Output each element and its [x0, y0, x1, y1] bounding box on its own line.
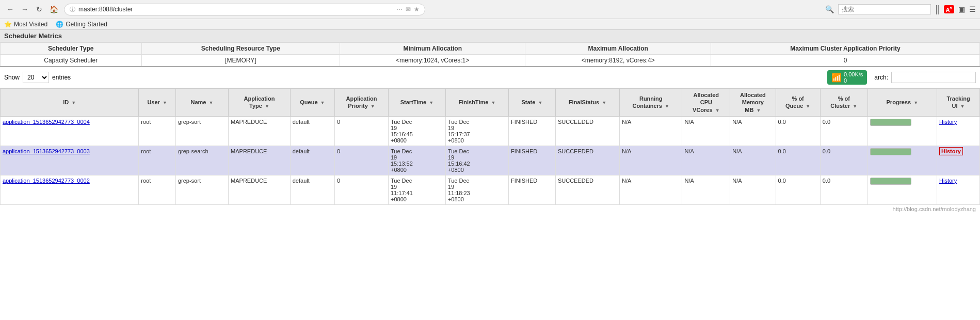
- sort-arrows-alloc-memory[interactable]: ▼: [757, 108, 761, 114]
- cell-finish-time: Tue Dec1911:18:23+0800: [445, 175, 508, 205]
- sort-arrows-id[interactable]: ▼: [71, 100, 76, 106]
- table-row: application_1513652942773_0003 root grep…: [1, 146, 980, 175]
- sort-arrows-finish-time[interactable]: ▼: [491, 100, 495, 106]
- back-button[interactable]: ←: [4, 3, 17, 15]
- progress-bar-fill: [871, 149, 911, 155]
- window-icon: ▣: [958, 5, 965, 13]
- refresh-button[interactable]: ↻: [33, 3, 45, 15]
- cell-tracking-ui: History: [937, 146, 980, 175]
- sort-arrows-priority[interactable]: ▼: [371, 104, 375, 110]
- table-search-input[interactable]: [891, 72, 976, 83]
- metrics-header-resource-type: Scheduling Resource Type: [141, 43, 340, 55]
- cell-alloc-memory: N/A: [730, 146, 776, 175]
- cell-priority: 0: [335, 175, 389, 205]
- cell-name: grep-sort: [175, 175, 228, 205]
- cell-app-type: MAPREDUCE: [229, 175, 291, 205]
- history-link[interactable]: History: [939, 178, 957, 184]
- cell-tracking-ui: History: [937, 175, 980, 205]
- sort-arrows-alloc-cpu[interactable]: ▼: [715, 108, 720, 114]
- applications-table: ID ▼ User ▼ Name ▼ ApplicationType ▼ Que…: [0, 88, 980, 205]
- cell-final-status: SUCCEEDED: [555, 117, 619, 146]
- cell-user: root: [139, 175, 176, 205]
- metrics-resource-type: [MEMORY]: [141, 55, 340, 67]
- col-header-tracking-ui: TrackingUI ▼: [937, 89, 980, 117]
- cell-pct-queue: 0.0: [776, 117, 820, 146]
- cell-priority: 0: [335, 117, 389, 146]
- cell-id: application_1513652942773_0002: [1, 175, 139, 205]
- sort-arrows-pct-cluster[interactable]: ▼: [853, 104, 857, 110]
- col-header-user: User ▼: [139, 89, 176, 117]
- menu-icon: ☰: [969, 5, 976, 13]
- entries-select[interactable]: 10 20 25 50 100: [23, 72, 49, 83]
- cell-final-status: SUCCEEDED: [555, 146, 619, 175]
- metrics-max-alloc: <memory:8192, vCores:4>: [525, 55, 711, 67]
- sort-arrows-user[interactable]: ▼: [163, 100, 167, 106]
- cell-app-type: MAPREDUCE: [229, 146, 291, 175]
- cell-alloc-cpu: N/A: [682, 146, 730, 175]
- col-header-id: ID ▼: [1, 89, 139, 117]
- table-row: application_1513652942773_0004 root grep…: [1, 117, 980, 146]
- search-icon: 🔍: [825, 5, 834, 13]
- sort-arrows-pct-queue[interactable]: ▼: [806, 104, 810, 110]
- bookmark-icon: ✉: [406, 6, 411, 13]
- forward-button[interactable]: →: [19, 3, 31, 15]
- cell-name: grep-search: [175, 146, 228, 175]
- sort-arrows-app-type[interactable]: ▼: [265, 104, 269, 110]
- history-link[interactable]: History: [939, 147, 963, 155]
- cell-alloc-memory: N/A: [730, 117, 776, 146]
- bookmark-most-visited[interactable]: ⭐ Most Visited: [4, 21, 47, 28]
- extensions-icon: ‖: [935, 4, 940, 15]
- col-header-state: State ▼: [508, 89, 555, 117]
- progress-bar: [870, 178, 911, 185]
- addon-icon: A5: [944, 5, 954, 13]
- metrics-scheduler-type: Capacity Scheduler: [1, 55, 142, 67]
- cell-alloc-cpu: N/A: [682, 117, 730, 146]
- bookmark-getting-started[interactable]: 🌐 Getting Started: [56, 21, 107, 28]
- search-input[interactable]: [838, 4, 931, 14]
- cell-finish-time: Tue Dec1915:16:42+0800: [445, 146, 508, 175]
- cell-name: grep-sort: [175, 117, 228, 146]
- cell-finish-time: Tue Dec1915:17:37+0800: [445, 117, 508, 146]
- sort-arrows-running-containers[interactable]: ▼: [665, 104, 669, 110]
- entries-label: entries: [52, 74, 71, 81]
- cell-pct-cluster: 0.0: [820, 146, 867, 175]
- sort-arrows-tracking-ui[interactable]: ▼: [960, 104, 965, 110]
- col-header-alloc-memory: AllocatedMemoryMB ▼: [730, 89, 776, 117]
- col-header-start-time: StartTime ▼: [389, 89, 446, 117]
- cell-start-time: Tue Dec1915:16:45+0800: [389, 117, 446, 146]
- url-text: master:8088/cluster: [78, 6, 393, 13]
- cell-state: FINISHED: [508, 146, 555, 175]
- metrics-header-min-alloc: Minimum Allocation: [340, 43, 525, 55]
- history-link[interactable]: History: [939, 119, 957, 125]
- cell-queue: default: [290, 175, 334, 205]
- cell-state: FINISHED: [508, 117, 555, 146]
- app-id-link[interactable]: application_1513652942773_0003: [3, 148, 90, 154]
- nav-buttons: ← → ↻ 🏠: [4, 3, 60, 15]
- wifi-icon: 📶: [831, 73, 842, 83]
- col-header-pct-queue: % ofQueue ▼: [776, 89, 820, 117]
- app-id-link[interactable]: application_1513652942773_0002: [3, 178, 90, 184]
- metrics-header-max-priority: Maximum Cluster Application Priority: [711, 43, 979, 55]
- sort-arrows-state[interactable]: ▼: [538, 100, 542, 106]
- cell-id: application_1513652942773_0003: [1, 146, 139, 175]
- sort-arrows-final-status[interactable]: ▼: [602, 100, 606, 106]
- sort-arrows-start-time[interactable]: ▼: [429, 100, 433, 106]
- table-row: application_1513652942773_0002 root grep…: [1, 175, 980, 205]
- address-bar[interactable]: ⓘ master:8088/cluster ⋯ ✉ ★: [64, 4, 425, 15]
- sort-arrows-queue[interactable]: ▼: [320, 100, 325, 106]
- app-id-link[interactable]: application_1513652942773_0004: [3, 119, 90, 125]
- bookmark-label: Getting Started: [66, 21, 107, 28]
- browser-chrome: ← → ↻ 🏠 ⓘ master:8088/cluster ⋯ ✉ ★ 🔍 ‖ …: [0, 0, 980, 19]
- home-button[interactable]: 🏠: [47, 3, 60, 15]
- cell-pct-queue: 0.0: [776, 146, 820, 175]
- network-count: 0: [844, 77, 863, 84]
- cell-queue: default: [290, 146, 334, 175]
- sort-arrows-progress[interactable]: ▼: [913, 100, 918, 106]
- cell-start-time: Tue Dec1911:17:41+0800: [389, 175, 446, 205]
- sort-arrows-name[interactable]: ▼: [209, 100, 214, 106]
- col-header-finish-time: FinishTime ▼: [445, 89, 508, 117]
- show-entries-left: Show 10 20 25 50 100 entries: [4, 72, 71, 83]
- cell-alloc-memory: N/A: [730, 175, 776, 205]
- cell-progress: [867, 146, 937, 175]
- cell-user: root: [139, 117, 176, 146]
